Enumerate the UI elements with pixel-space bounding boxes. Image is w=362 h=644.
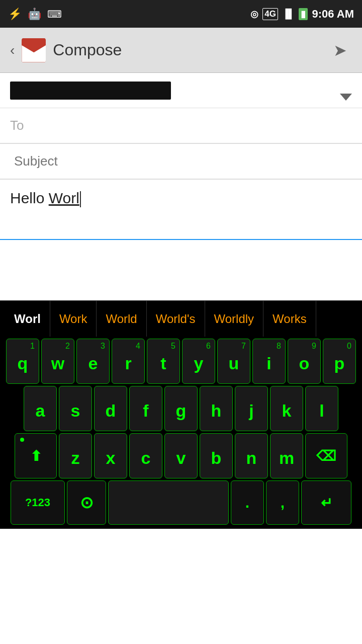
suggestion-2[interactable]: World bbox=[97, 301, 146, 337]
mode-switch-label: ?123 bbox=[25, 496, 50, 509]
app-title: Compose bbox=[53, 41, 122, 59]
comma-label: , bbox=[281, 494, 285, 511]
key-w[interactable]: 2 w bbox=[41, 339, 74, 384]
keyboard-row-2: a s d f g h j k l bbox=[1, 386, 361, 431]
period-key[interactable]: . bbox=[231, 480, 264, 525]
back-button[interactable]: ‹ bbox=[10, 42, 15, 58]
body-text: Hello Worl bbox=[10, 190, 79, 206]
send-button[interactable]: ➤ bbox=[328, 38, 352, 62]
keyboard: 1 q 2 w 3 e 4 r 5 t 6 y 7 u 8 i bbox=[0, 337, 362, 529]
send-icon: ➤ bbox=[333, 41, 347, 60]
key-f[interactable]: f bbox=[129, 386, 162, 431]
keyboard-icon: ⌨ bbox=[47, 8, 62, 20]
subject-field-row[interactable] bbox=[0, 144, 362, 179]
suggestion-5[interactable]: Works bbox=[263, 301, 316, 337]
key-p[interactable]: 0 p bbox=[323, 339, 356, 384]
to-label: To bbox=[10, 118, 40, 133]
key-o[interactable]: 9 o bbox=[288, 339, 321, 384]
key-r[interactable]: 4 r bbox=[112, 339, 145, 384]
key-z[interactable]: z bbox=[59, 433, 92, 478]
key-q[interactable]: 1 q bbox=[6, 339, 39, 384]
key-m[interactable]: m bbox=[270, 433, 303, 478]
keyboard-row-1: 1 q 2 w 3 e 4 r 5 t 6 y 7 u 8 i bbox=[1, 339, 361, 384]
from-dropdown-icon[interactable] bbox=[340, 94, 352, 101]
shift-icon: ⬆ bbox=[30, 448, 42, 464]
key-h[interactable]: h bbox=[200, 386, 233, 431]
suggestion-4[interactable]: Worldly bbox=[205, 301, 264, 337]
suggestions-bar: Worl Work World World's Worldly Works bbox=[0, 300, 362, 337]
usb-icon: ⚡ bbox=[8, 8, 22, 21]
status-bar-right: ◎ 4G ▐▌ ▮ 9:06 AM bbox=[250, 8, 354, 21]
location-icon: ◎ bbox=[250, 9, 258, 20]
body-field[interactable]: Hello Worl bbox=[0, 180, 362, 240]
body-space bbox=[0, 240, 362, 300]
signal-4g-icon: 4G bbox=[262, 8, 278, 20]
key-e[interactable]: 3 e bbox=[76, 339, 110, 384]
emoji-key[interactable]: ⊙ bbox=[67, 480, 106, 525]
wifi-bars-icon: ▐▌ bbox=[282, 9, 295, 19]
shift-key[interactable]: ⬆ bbox=[15, 433, 57, 478]
key-c[interactable]: c bbox=[129, 433, 162, 478]
body-highlighted-word: Worl bbox=[49, 190, 79, 206]
to-field-row[interactable]: To bbox=[0, 108, 362, 143]
key-t[interactable]: 5 t bbox=[147, 339, 180, 384]
enter-icon: ↵ bbox=[321, 495, 332, 511]
suggestion-1[interactable]: Work bbox=[50, 301, 97, 337]
enter-key[interactable]: ↵ bbox=[301, 480, 351, 525]
text-cursor bbox=[80, 191, 81, 207]
key-g[interactable]: g bbox=[164, 386, 198, 431]
suggestion-3[interactable]: World's bbox=[147, 301, 205, 337]
key-i[interactable]: 8 i bbox=[252, 339, 286, 384]
app-bar-left: ‹ Compose bbox=[10, 38, 122, 62]
comma-key[interactable]: , bbox=[266, 480, 299, 525]
status-bar-left-icons: ⚡ 🤖 ⌨ bbox=[8, 8, 62, 21]
key-n[interactable]: n bbox=[235, 433, 268, 478]
keyboard-row-3: ⬆ z x c v b n m ⌫ bbox=[1, 433, 361, 478]
android-icon: 🤖 bbox=[28, 8, 41, 21]
key-u[interactable]: 7 u bbox=[217, 339, 250, 384]
gmail-icon bbox=[22, 38, 46, 62]
status-bar: ⚡ 🤖 ⌨ ◎ 4G ▐▌ ▮ 9:06 AM bbox=[0, 0, 362, 28]
space-key[interactable] bbox=[108, 480, 229, 525]
battery-icon: ▮ bbox=[299, 8, 308, 20]
key-x[interactable]: x bbox=[94, 433, 127, 478]
key-a[interactable]: a bbox=[24, 386, 57, 431]
key-d[interactable]: d bbox=[94, 386, 127, 431]
app-bar: ‹ Compose ➤ bbox=[0, 28, 362, 73]
mode-switch-key[interactable]: ?123 bbox=[11, 480, 65, 525]
key-j[interactable]: j bbox=[235, 386, 268, 431]
keyboard-row-bottom: ?123 ⊙ . , ↵ bbox=[1, 480, 361, 525]
period-label: . bbox=[245, 494, 249, 511]
key-v[interactable]: v bbox=[164, 433, 198, 478]
key-l[interactable]: l bbox=[305, 386, 338, 431]
status-time: 9:06 AM bbox=[312, 8, 354, 21]
backspace-key[interactable]: ⌫ bbox=[305, 433, 347, 478]
key-y[interactable]: 6 y bbox=[182, 339, 215, 384]
backspace-icon: ⌫ bbox=[316, 448, 336, 464]
shift-dot bbox=[20, 438, 24, 442]
suggestion-0[interactable]: Worl bbox=[5, 301, 50, 337]
from-value bbox=[10, 82, 171, 100]
subject-input[interactable] bbox=[10, 148, 352, 174]
key-b[interactable]: b bbox=[200, 433, 233, 478]
from-field[interactable] bbox=[0, 73, 362, 108]
compose-area: To Hello Worl bbox=[0, 73, 362, 240]
emoji-icon: ⊙ bbox=[80, 493, 94, 512]
key-s[interactable]: s bbox=[59, 386, 92, 431]
to-input[interactable] bbox=[40, 113, 352, 138]
key-k[interactable]: k bbox=[270, 386, 303, 431]
